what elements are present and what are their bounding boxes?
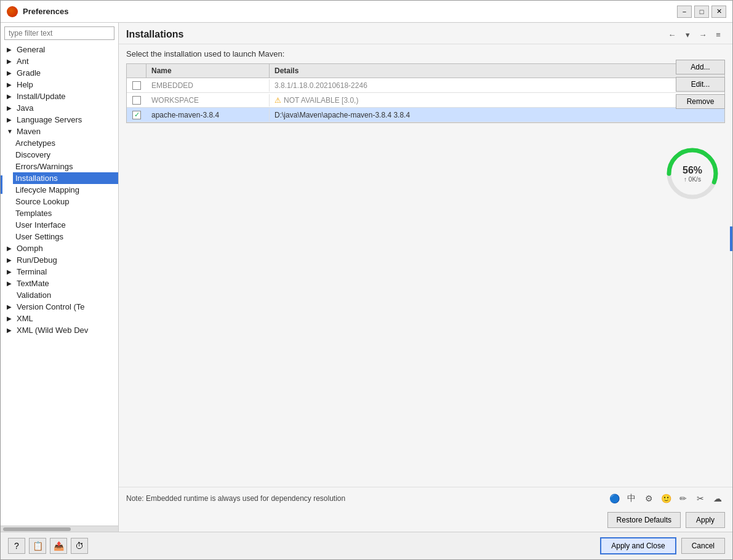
sidebar-item-oomph[interactable]: ▶ Oomph [1, 242, 118, 254]
sidebar: ▶ General ▶ Ant ▶ Gradle ▶ Help [1, 23, 119, 532]
sidebar-item-terminal[interactable]: ▶ Terminal [1, 266, 118, 278]
bottom-right-buttons: Apply and Close Cancel [600, 537, 725, 554]
table-row-workspace[interactable]: WORKSPACE ⚠NOT AVAILABLE [3.0,) [127, 93, 724, 108]
icon-btn-4[interactable]: 🙂 [659, 491, 673, 506]
sidebar-label-vc: Version Control (Te [17, 302, 85, 311]
add-button[interactable]: Add... [676, 60, 725, 74]
checkbox-embedded[interactable] [127, 81, 146, 90]
cancel-button[interactable]: Cancel [681, 538, 725, 554]
cell-name-workspace: WORKSPACE [146, 94, 270, 106]
sidebar-label-install: Install/Update [17, 92, 66, 101]
sidebar-item-install-update[interactable]: ▶ Install/Update [1, 90, 118, 102]
sidebar-label-terminal: Terminal [17, 267, 47, 276]
subtitle: Select the installation used to launch M… [126, 49, 725, 58]
bottom-left-buttons: ? 📋 📤 ⏱ [8, 538, 88, 554]
minimize-button[interactable]: − [677, 6, 692, 18]
sidebar-label-validation: Validation [17, 290, 51, 300]
checkbox-workspace[interactable] [127, 96, 146, 105]
sidebar-label-help: Help [17, 80, 33, 89]
sidebar-item-discovery[interactable]: Discovery [13, 149, 118, 161]
check-apache[interactable]: ✓ [132, 111, 141, 119]
sidebar-item-ant[interactable]: ▶ Ant [1, 55, 118, 67]
sidebar-item-templates[interactable]: Templates [13, 207, 118, 219]
expand-arrow-xml-wild: ▶ [7, 327, 14, 334]
sidebar-item-xml-wild[interactable]: ▶ XML (Wild Web Dev [1, 324, 118, 336]
sidebar-item-general[interactable]: ▶ General [1, 44, 118, 55]
sidebar-label-templates: Templates [15, 209, 52, 218]
expand-arrow-help: ▶ [7, 81, 14, 88]
table-row-embedded[interactable]: EMBEDDED 3.8.1/1.18.0.20210618-2246 [127, 78, 724, 93]
expand-arrow-maven: ▼ [7, 128, 14, 135]
expand-arrow-gradle: ▶ [7, 70, 14, 76]
sidebar-label-maven: Maven [17, 127, 41, 136]
expand-arrow-install: ▶ [7, 93, 14, 100]
sidebar-item-validation[interactable]: ▶ Validation [1, 289, 118, 301]
menu-button[interactable]: ≡ [711, 28, 725, 41]
sidebar-item-archetypes[interactable]: Archetypes [13, 137, 118, 149]
sidebar-label-general: General [17, 45, 45, 54]
sidebar-item-maven[interactable]: ▼ Maven [1, 126, 118, 137]
sidebar-item-xml[interactable]: ▶ XML [1, 313, 118, 324]
close-button[interactable]: ✕ [711, 6, 726, 18]
bottom-icon-btn-3[interactable]: 📤 [50, 538, 67, 554]
checkbox-apache[interactable]: ✓ [127, 111, 146, 119]
help-button[interactable]: ? [8, 538, 25, 554]
sidebar-scrollbar[interactable] [1, 526, 118, 532]
content-area: Select the installation used to launch M… [119, 44, 732, 487]
progress-ring: 56% ↑ 0K/s [665, 146, 720, 201]
apply-close-button[interactable]: Apply and Close [600, 537, 676, 554]
sidebar-item-gradle[interactable]: ▶ Gradle [1, 67, 118, 79]
sidebar-item-installations[interactable]: Installations [13, 172, 118, 184]
sidebar-label-oomph: Oomph [17, 244, 43, 253]
sidebar-item-language-servers[interactable]: ▶ Language Servers [1, 114, 118, 126]
forward-button[interactable]: → [696, 28, 710, 41]
sidebar-label-ant: Ant [17, 57, 29, 66]
sidebar-item-lifecycle[interactable]: Lifecycle Mapping [13, 184, 118, 196]
apply-button[interactable]: Apply [686, 512, 725, 528]
back-dropdown-button[interactable]: ▾ [681, 28, 694, 41]
window-title: Preferences [23, 7, 672, 16]
cell-name-apache: apache-maven-3.8.4 [146, 109, 270, 121]
sidebar-item-java[interactable]: ▶ Java [1, 102, 118, 114]
expand-arrow-general: ▶ [7, 46, 14, 53]
sidebar-item-source-lookup[interactable]: Source Lookup [13, 196, 118, 207]
sidebar-label-java: Java [17, 103, 33, 113]
sidebar-label-source: Source Lookup [15, 197, 69, 206]
check-workspace[interactable] [132, 96, 141, 105]
sidebar-item-textmate[interactable]: ▶ TextMate [1, 278, 118, 289]
restore-defaults-button[interactable]: Restore Defaults [607, 512, 681, 528]
table-row-apache[interactable]: ✓ apache-maven-3.8.4 D:\java\Maven\apach… [127, 108, 724, 122]
edit-button[interactable]: Edit... [676, 77, 725, 92]
cell-details-apache: D:\java\Maven\apache-maven-3.8.4 3.8.4 [270, 109, 724, 121]
bottom-icon-btn-4[interactable]: ⏱ [71, 538, 88, 554]
filter-input[interactable] [4, 26, 114, 40]
cell-details-workspace: ⚠NOT AVAILABLE [3.0,) [270, 94, 724, 106]
col-header-details: Details [270, 64, 724, 78]
title-bar: Preferences − □ ✕ [1, 1, 732, 23]
expand-arrow-ant: ▶ [7, 58, 14, 65]
panel-title: Installations [126, 29, 183, 40]
expand-arrow-run: ▶ [7, 257, 14, 263]
left-accent [1, 175, 2, 194]
remove-button[interactable]: Remove [676, 94, 725, 109]
sidebar-item-help[interactable]: ▶ Help [1, 79, 118, 90]
expand-arrow-textmate: ▶ [7, 280, 14, 287]
expand-arrow-xml: ▶ [7, 315, 14, 322]
icon-btn-6[interactable]: ✂ [693, 491, 708, 506]
sidebar-item-user-interface[interactable]: User Interface [13, 219, 118, 231]
icon-btn-3[interactable]: ⚙ [641, 491, 656, 506]
sidebar-item-run-debug[interactable]: ▶ Run/Debug [1, 254, 118, 266]
expand-arrow-lang: ▶ [7, 116, 14, 123]
maximize-button[interactable]: □ [694, 6, 709, 18]
note-text: Note: Embedded runtime is always used fo… [126, 494, 345, 503]
icon-btn-5[interactable]: ✏ [676, 491, 691, 506]
sidebar-item-user-settings[interactable]: User Settings [13, 231, 118, 242]
back-button[interactable]: ← [665, 28, 679, 41]
sidebar-item-version-control[interactable]: ▶ Version Control (Te [1, 301, 118, 313]
icon-btn-2[interactable]: 中 [624, 491, 639, 506]
sidebar-item-errors-warnings[interactable]: Errors/Warnings [13, 161, 118, 172]
bottom-icon-btn-2[interactable]: 📋 [29, 538, 46, 554]
icon-btn-1[interactable]: 🔵 [607, 491, 622, 506]
icon-btn-7[interactable]: ☁ [710, 491, 725, 506]
check-embedded[interactable] [132, 81, 141, 90]
